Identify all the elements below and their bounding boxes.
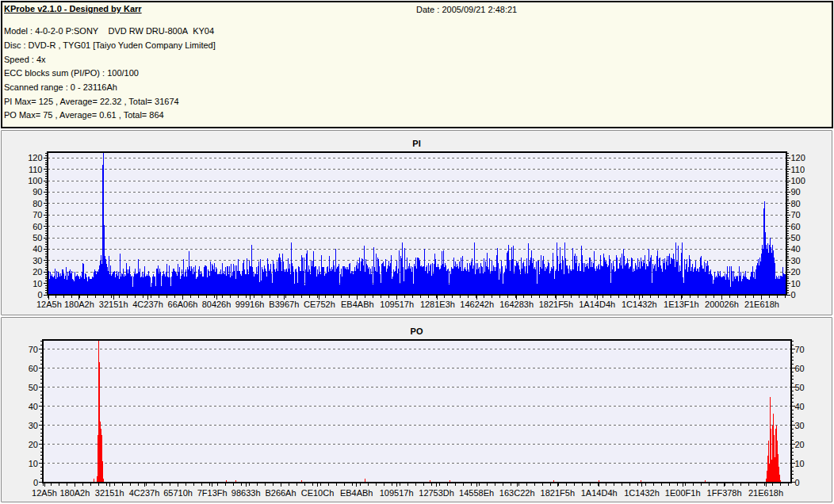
svg-text:40: 40: [33, 244, 42, 254]
svg-text:40: 40: [791, 244, 801, 254]
svg-text:70: 70: [33, 210, 42, 220]
svg-text:163C22h: 163C22h: [499, 488, 535, 498]
svg-text:0: 0: [795, 478, 800, 487]
svg-text:12753Dh: 12753Dh: [419, 488, 454, 498]
svg-text:4C237h: 4C237h: [129, 488, 160, 498]
svg-text:20: 20: [29, 440, 38, 449]
svg-text:50: 50: [29, 383, 38, 392]
svg-text:200026h: 200026h: [705, 300, 739, 309]
svg-text:1FF378h: 1FF378h: [707, 488, 742, 498]
svg-text:7F13Fh: 7F13Fh: [197, 488, 228, 498]
svg-text:10: 10: [29, 459, 38, 468]
svg-text:20: 20: [795, 440, 805, 449]
svg-text:70: 70: [791, 210, 801, 220]
svg-text:110: 110: [791, 165, 805, 174]
svg-text:32151h: 32151h: [95, 488, 124, 498]
svg-text:1C1432h: 1C1432h: [622, 300, 657, 309]
svg-text:60: 60: [29, 364, 38, 373]
svg-text:1281E3h: 1281E3h: [420, 300, 455, 309]
svg-text:109517h: 109517h: [380, 488, 414, 498]
svg-text:90: 90: [791, 187, 801, 197]
svg-text:99916h: 99916h: [235, 300, 265, 309]
svg-text:1A14D4h: 1A14D4h: [581, 488, 618, 498]
svg-text:20: 20: [791, 267, 801, 277]
svg-text:70: 70: [29, 345, 38, 354]
svg-text:10: 10: [33, 279, 42, 288]
svg-text:14558Eh: 14558Eh: [459, 488, 494, 498]
svg-text:B3967h: B3967h: [269, 300, 299, 309]
svg-text:180A2h: 180A2h: [64, 300, 94, 309]
svg-text:30: 30: [29, 421, 38, 430]
svg-text:32151h: 32151h: [99, 300, 128, 309]
svg-text:21E618h: 21E618h: [748, 488, 783, 498]
svg-text:0: 0: [33, 478, 38, 487]
svg-text:90: 90: [33, 187, 42, 197]
svg-text:4C237h: 4C237h: [132, 300, 163, 309]
svg-text:CE752h: CE752h: [304, 300, 335, 309]
svg-text:1E00F1h: 1E00F1h: [665, 488, 701, 498]
svg-text:EB4ABh: EB4ABh: [340, 488, 373, 498]
svg-text:164283h: 164283h: [499, 300, 534, 309]
svg-text:0: 0: [791, 290, 796, 300]
svg-text:10: 10: [791, 279, 801, 288]
svg-text:PO: PO: [411, 326, 423, 336]
svg-text:109517h: 109517h: [380, 300, 414, 309]
svg-text:60: 60: [33, 222, 42, 231]
svg-text:60: 60: [795, 364, 805, 373]
svg-text:65710h: 65710h: [163, 488, 193, 498]
svg-text:100: 100: [791, 176, 805, 185]
svg-text:80426h: 80426h: [202, 300, 231, 309]
svg-text:1E13F1h: 1E13F1h: [664, 300, 699, 309]
svg-text:1A14D4h: 1A14D4h: [579, 300, 615, 309]
svg-text:1821F5h: 1821F5h: [541, 488, 575, 498]
svg-text:120: 120: [28, 153, 42, 162]
svg-text:50: 50: [795, 383, 805, 392]
svg-text:1C1432h: 1C1432h: [624, 488, 660, 498]
svg-text:98633h: 98633h: [231, 488, 261, 498]
svg-text:20: 20: [33, 267, 42, 277]
svg-text:21E618h: 21E618h: [744, 300, 779, 309]
svg-text:30: 30: [795, 421, 805, 430]
svg-text:70: 70: [795, 345, 805, 354]
svg-text:40: 40: [29, 402, 38, 411]
svg-text:50: 50: [791, 233, 801, 242]
svg-text:12A5h: 12A5h: [32, 488, 57, 498]
svg-text:40: 40: [795, 402, 805, 411]
svg-text:80: 80: [33, 199, 42, 208]
svg-text:B266Ah: B266Ah: [265, 488, 296, 498]
svg-text:60: 60: [791, 222, 801, 231]
svg-text:12A5h: 12A5h: [36, 300, 62, 309]
svg-text:30: 30: [33, 256, 42, 265]
svg-text:EB4ABh: EB4ABh: [341, 300, 374, 309]
svg-text:1821F5h: 1821F5h: [539, 300, 573, 309]
svg-text:50: 50: [33, 233, 42, 242]
svg-text:30: 30: [791, 256, 801, 265]
svg-text:110: 110: [29, 165, 43, 174]
svg-text:180A2h: 180A2h: [59, 488, 90, 498]
svg-text:PI: PI: [412, 139, 420, 148]
svg-text:120: 120: [791, 153, 805, 162]
svg-text:66A06h: 66A06h: [168, 300, 198, 309]
svg-text:146242h: 146242h: [460, 300, 494, 309]
svg-text:0: 0: [37, 290, 42, 300]
svg-text:CE10Ch: CE10Ch: [301, 488, 335, 498]
svg-text:100: 100: [28, 176, 42, 185]
svg-text:80: 80: [791, 199, 801, 208]
svg-text:10: 10: [795, 459, 805, 468]
